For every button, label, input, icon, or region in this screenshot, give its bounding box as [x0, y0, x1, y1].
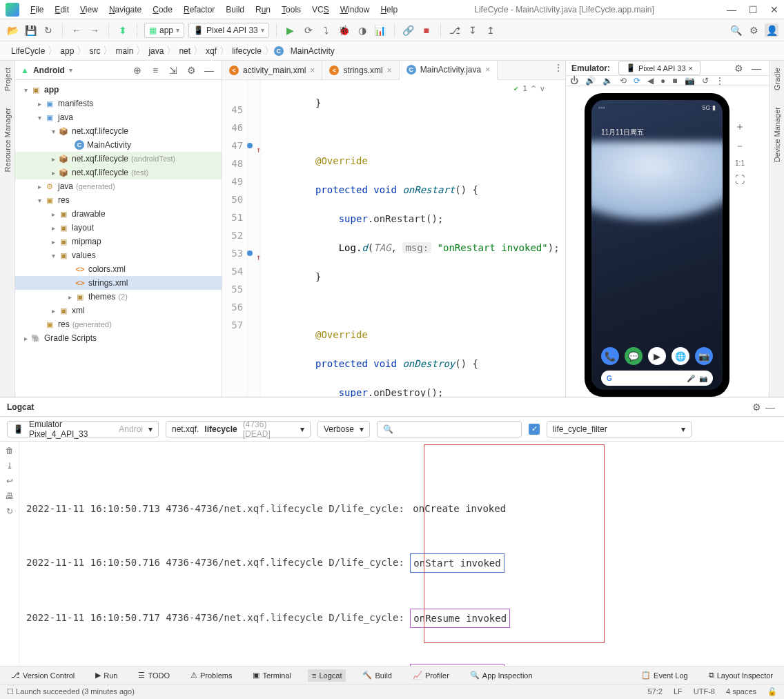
screenshot-icon[interactable]: 📷	[685, 76, 695, 86]
zoom-fit-icon[interactable]: ⛶	[735, 174, 745, 185]
home-icon[interactable]: ●	[660, 76, 665, 86]
menu-tools[interactable]: Tools	[277, 3, 305, 16]
tree-layout[interactable]: layout	[72, 223, 94, 233]
tab-event-log[interactable]: 📋 Event Log	[637, 669, 692, 682]
git-icon[interactable]: ⎇	[448, 23, 462, 37]
gear-icon[interactable]: ⚙	[184, 63, 198, 77]
crumb[interactable]: app	[57, 45, 77, 57]
tab-layout-inspector[interactable]: ⧉ Layout Inspector	[705, 669, 777, 682]
code-editor[interactable]: ✔1^v 45 46 47↑ 48 49 50 51 52 53↑ 54 55 …	[222, 80, 565, 397]
stop-icon[interactable]: ■	[420, 23, 433, 37]
profile-icon[interactable]: 📊	[373, 23, 387, 37]
rail-gradle[interactable]: Gradle	[773, 68, 781, 90]
tree-drawable[interactable]: drawable	[72, 209, 106, 219]
play-icon[interactable]: ▶	[648, 347, 666, 365]
restart-icon[interactable]: ↻	[6, 506, 13, 516]
hide-icon[interactable]: —	[749, 61, 763, 75]
run-config-combo[interactable]: ▦app▾	[144, 23, 184, 38]
maximize-button[interactable]: ☐	[749, 4, 758, 15]
minimize-button[interactable]: —	[727, 4, 736, 15]
crumb[interactable]: main	[112, 45, 136, 57]
save-icon[interactable]: 💾	[23, 23, 37, 37]
trash-icon[interactable]: 🗑	[6, 446, 14, 455]
crumb[interactable]: java	[146, 45, 166, 57]
soft-wrap-icon[interactable]: ↩	[6, 476, 13, 486]
menu-navigate[interactable]: Navigate	[105, 3, 146, 16]
power-icon[interactable]: ⏻	[570, 76, 578, 86]
print-icon[interactable]: 🖶	[6, 491, 14, 501]
logcat-search[interactable]: 🔍	[377, 421, 522, 437]
search-icon[interactable]: 🔍	[729, 23, 743, 37]
tree-manifests[interactable]: manifests	[58, 99, 93, 108]
tab-build[interactable]: 🔨 Build	[358, 669, 395, 682]
tree-strings[interactable]: strings.xml	[88, 278, 128, 288]
more-icon[interactable]: ⋮	[716, 76, 724, 86]
tab-menu-icon[interactable]: ⋮	[551, 61, 565, 75]
project-view-label[interactable]: Android	[33, 66, 65, 75]
tree-pkg-at[interactable]: net.xqf.lifecycle	[72, 154, 128, 164]
update-icon[interactable]: ↧	[466, 23, 480, 37]
menu-file[interactable]: FFileile	[26, 3, 48, 16]
chrome-icon[interactable]: 🌐	[672, 347, 689, 365]
close-button[interactable]: ✕	[770, 4, 778, 15]
rotate-left-icon[interactable]: ⟲	[620, 76, 627, 86]
rail-device-manager[interactable]: Device Manager	[773, 107, 781, 162]
tree-pkg[interactable]: net.xqf.lifecycle	[72, 126, 128, 136]
avatar-icon[interactable]: 👤	[765, 23, 778, 37]
tab-strings[interactable]: <strings.xml×	[322, 61, 399, 79]
tab-activity-main[interactable]: <activity_main.xml×	[222, 61, 322, 79]
zoom-out-icon[interactable]: －	[735, 140, 745, 152]
avd-icon[interactable]: ⬍	[116, 23, 130, 37]
logcat-regex-check[interactable]: ✓	[529, 424, 540, 435]
tab-app-inspection[interactable]: 🔍 App Inspection	[466, 669, 537, 682]
expand-icon[interactable]: ≡	[148, 63, 162, 77]
logcat-process-combo[interactable]: net.xqf.lifecycle (4736) [DEAD]▾	[166, 421, 311, 437]
menu-run[interactable]: Run	[251, 3, 275, 16]
apply-icon[interactable]: ⟳	[302, 23, 315, 37]
crumb[interactable]: LifeCycle	[8, 45, 48, 57]
readonly-icon[interactable]: 🔓	[767, 687, 777, 696]
menu-help[interactable]: Help	[376, 3, 402, 16]
volup-icon[interactable]: 🔊	[585, 76, 596, 86]
snapshot-icon[interactable]: ↺	[702, 76, 709, 86]
tree-mipmap[interactable]: mipmap	[72, 237, 101, 246]
zoom-11-icon[interactable]: 1:1	[735, 159, 745, 167]
phone-icon[interactable]: 📞	[601, 347, 619, 365]
apply-code-icon[interactable]: ⤵	[320, 23, 333, 37]
voldown-icon[interactable]: 🔉	[602, 76, 613, 86]
rotate-right-icon[interactable]: ⟳	[634, 76, 640, 86]
tree-xml[interactable]: xml	[72, 306, 85, 315]
tree-java-gen[interactable]: java	[58, 181, 73, 191]
tab-profiler[interactable]: 📈 Profiler	[409, 669, 453, 682]
logcat-level-combo[interactable]: Verbose▾	[317, 421, 370, 437]
menu-refactor[interactable]: Refactor	[179, 3, 219, 16]
logcat-output[interactable]: 2022-11-11 16:10:50.713 4736-4736/net.xq…	[19, 442, 784, 666]
gutter[interactable]: 45 46 47↑ 48 49 50 51 52 53↑ 54 55 56 57	[222, 80, 248, 397]
gear-icon[interactable]: ⚙	[732, 61, 745, 75]
device-combo[interactable]: 📱Pixel 4 API 33▾	[188, 23, 269, 38]
attach-icon[interactable]: 🔗	[402, 23, 415, 37]
rail-resource-manager[interactable]: Resource Manager	[3, 108, 12, 173]
tree-gradle[interactable]: Gradle Scripts	[44, 333, 97, 343]
messages-icon[interactable]: 💬	[625, 347, 643, 365]
commit-icon[interactable]: ↥	[484, 23, 498, 37]
tab-run[interactable]: ▶ Run	[91, 669, 121, 682]
zoom-in-icon[interactable]: ＋	[735, 121, 745, 133]
collapse-icon[interactable]: ⇲	[166, 63, 180, 77]
menu-window[interactable]: Window	[336, 3, 374, 16]
rail-project[interactable]: Project	[3, 68, 12, 91]
back-icon[interactable]: ◀	[647, 76, 654, 86]
hide-icon[interactable]: —	[202, 63, 216, 77]
indent[interactable]: 4 spaces	[726, 687, 756, 696]
tab-mainactivity[interactable]: CMainActivity.java×	[400, 61, 498, 80]
tab-problems[interactable]: ⚠ Problems	[186, 669, 236, 682]
tree-themes[interactable]: themes	[88, 292, 115, 302]
tab-terminal[interactable]: ▣ Terminal	[248, 669, 295, 682]
line-ending[interactable]: LF	[674, 687, 683, 696]
tab-todo[interactable]: ☰ TODO	[134, 669, 174, 682]
back-icon[interactable]: ←	[70, 23, 84, 37]
run-icon[interactable]: ▶	[284, 23, 297, 37]
scroll-end-icon[interactable]: ⤓	[6, 461, 13, 471]
menu-edit[interactable]: Edit	[50, 3, 73, 16]
menu-code[interactable]: Code	[148, 3, 177, 16]
